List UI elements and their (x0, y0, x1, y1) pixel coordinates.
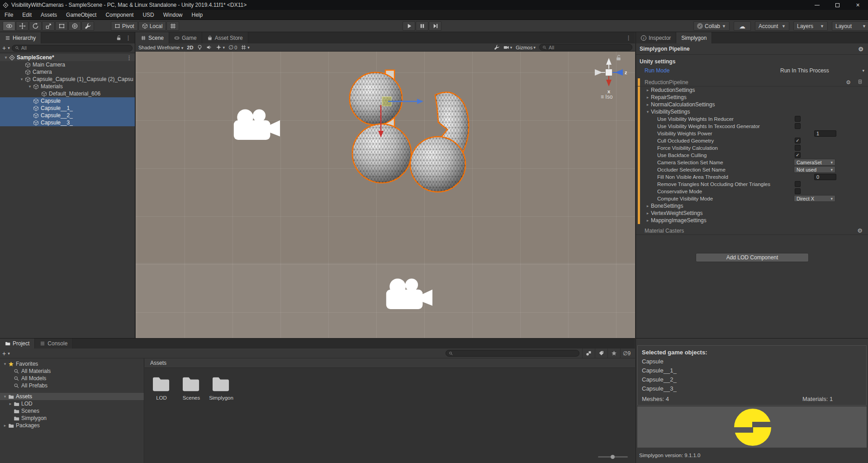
menu-window[interactable]: Window (159, 10, 187, 19)
scene-search-input[interactable] (549, 45, 629, 50)
audio-toggle[interactable] (206, 44, 212, 50)
settings-group-visibilitysettings[interactable]: ▾VisibilitySettings (636, 108, 868, 115)
tool-settings-button[interactable] (494, 44, 500, 50)
setting-checkbox[interactable]: ✓ (795, 152, 801, 158)
tab-game[interactable]: Game (169, 32, 202, 43)
setting-dropdown[interactable]: CameraSet▾ (794, 159, 835, 166)
expand-arrow[interactable]: ▸ (645, 102, 651, 107)
settings-group-mappingimagesettings[interactable]: ▸MappingImageSettings (636, 217, 868, 224)
hidden-count-button[interactable]: ∅9 (620, 348, 633, 358)
document-icon[interactable] (858, 79, 863, 86)
move-tool-button[interactable] (16, 21, 28, 31)
menu-usd[interactable]: USD (138, 10, 158, 19)
expand-arrow[interactable]: ▾ (19, 77, 25, 81)
hierarchy-item[interactable]: Capsule__1_ (0, 105, 135, 112)
setting-field[interactable] (814, 174, 836, 180)
gear-icon[interactable]: ⚙ (857, 227, 863, 234)
setting-checkbox[interactable]: ✓ (795, 138, 801, 143)
search-by-label-button[interactable] (595, 348, 607, 358)
view-tool-button[interactable] (3, 21, 15, 31)
effects-dropdown[interactable]: ▾ (216, 44, 225, 50)
hierarchy-item[interactable]: Capsule__2_ (0, 112, 135, 119)
create-button[interactable]: + (2, 46, 6, 50)
play-button[interactable] (403, 21, 415, 31)
chevron-down-icon[interactable]: ▾ (8, 351, 10, 356)
hierarchy-item[interactable]: ▾Materials (0, 83, 135, 90)
settings-group-reductionsettings[interactable]: ▸ReductionSettings (636, 86, 868, 94)
account-dropdown[interactable]: Account▼ (755, 21, 789, 31)
search-by-type-button[interactable] (582, 348, 595, 358)
hierarchy-item[interactable]: Main Camera (0, 61, 135, 68)
hierarchy-item[interactable]: Camera (0, 68, 135, 76)
project-tree-item[interactable]: ▸LOD (0, 400, 144, 407)
panel-menu-icon[interactable]: ⋮ (125, 34, 131, 41)
project-tree-item[interactable]: Simplygon (0, 415, 144, 422)
maximize-button[interactable] (827, 0, 848, 10)
draw-mode-dropdown[interactable]: Shaded Wireframe ▾ (138, 45, 183, 50)
gizmos-dropdown[interactable]: Gizmos▾ (516, 45, 536, 50)
settings-group-repairsettings[interactable]: ▸RepairSettings (636, 94, 868, 101)
pivot-toggle[interactable]: Pivot (111, 21, 138, 31)
2d-toggle[interactable]: 2D (187, 45, 193, 50)
add-lod-component-button[interactable]: Add LOD Component (696, 253, 809, 262)
menu-component[interactable]: Component (101, 10, 138, 19)
run-mode-link[interactable]: Run Mode (645, 67, 669, 74)
layout-dropdown[interactable]: Layout▼ (832, 21, 868, 31)
tab-console[interactable]: Console (35, 339, 73, 348)
favorites-button[interactable] (607, 348, 620, 358)
settings-group-bonesettings[interactable]: ▸BoneSettings (636, 202, 868, 210)
thumbnail-size-slider[interactable] (598, 456, 628, 458)
local-toggle[interactable]: Local (138, 21, 166, 31)
project-search[interactable] (446, 350, 579, 357)
expand-arrow[interactable]: ▸ (645, 95, 651, 100)
camera-settings-dropdown[interactable]: ▾ (503, 44, 512, 50)
folder-item[interactable]: Scenes (177, 376, 205, 401)
slider-knob[interactable] (611, 455, 615, 459)
hierarchy-search[interactable] (12, 45, 133, 52)
tab-asset-store[interactable]: Asset Store (202, 32, 248, 43)
menu-gameobject[interactable]: GameObject (62, 10, 101, 19)
create-button[interactable]: + (2, 351, 6, 356)
project-tree-item[interactable]: Scenes (0, 407, 144, 415)
rect-tool-button[interactable] (55, 21, 68, 31)
hierarchy-item[interactable]: Capsule__3_ (0, 119, 135, 126)
hierarchy-scene-row[interactable]: ▾SampleScene*⋮ (0, 54, 135, 61)
row-menu-icon[interactable]: ⋮ (126, 54, 132, 61)
tab-scene[interactable]: Scene (136, 32, 169, 43)
hidden-objects-toggle[interactable]: ∅0 (228, 44, 237, 51)
panel-menu-icon[interactable]: ⋮ (626, 34, 631, 41)
scene-search[interactable] (539, 44, 632, 51)
collab-button[interactable]: ✓Collab▼ (693, 21, 730, 31)
project-tree-item[interactable]: All Materials (0, 368, 144, 375)
transform-tool-button[interactable] (68, 21, 81, 31)
menu-edit[interactable]: Edit (18, 10, 36, 19)
expand-arrow[interactable]: ▸ (7, 401, 14, 406)
minimize-button[interactable] (807, 0, 827, 10)
menu-assets[interactable]: Assets (36, 10, 62, 19)
setting-checkbox[interactable] (795, 145, 801, 151)
setting-checkbox[interactable] (795, 181, 801, 187)
lock-icon[interactable] (116, 35, 122, 41)
expand-arrow[interactable]: ▾ (2, 394, 8, 399)
expand-arrow[interactable]: ▾ (645, 110, 651, 114)
project-tree-item[interactable]: All Models (0, 375, 144, 382)
setting-checkbox[interactable] (795, 123, 801, 129)
step-button[interactable] (429, 21, 441, 31)
folder-item[interactable]: LOD (147, 376, 175, 401)
layers-dropdown[interactable]: Layers▼ (793, 21, 828, 31)
lighting-toggle[interactable] (197, 44, 203, 50)
tab-simplygon[interactable]: Simplygon (676, 32, 712, 43)
scale-tool-button[interactable] (42, 21, 55, 31)
hierarchy-item[interactable]: Default_Material_606 (0, 90, 135, 97)
setting-field[interactable] (814, 130, 836, 137)
custom-tool-button[interactable] (81, 21, 94, 31)
settings-group-vertexweightsettings[interactable]: ▸VertexWeightSettings (636, 210, 868, 217)
expand-arrow[interactable]: ▾ (2, 362, 8, 366)
expand-arrow[interactable]: ▸ (645, 88, 651, 92)
expand-arrow[interactable]: ▾ (27, 84, 33, 89)
expand-arrow[interactable]: ▸ (2, 423, 8, 428)
folder-item[interactable]: Simplygon (207, 376, 235, 401)
setting-dropdown[interactable]: Not used▾ (794, 166, 835, 173)
settings-group-normalcalculationsettings[interactable]: ▸NormalCalculationSettings (636, 101, 868, 108)
expand-arrow[interactable]: ▾ (3, 55, 9, 60)
